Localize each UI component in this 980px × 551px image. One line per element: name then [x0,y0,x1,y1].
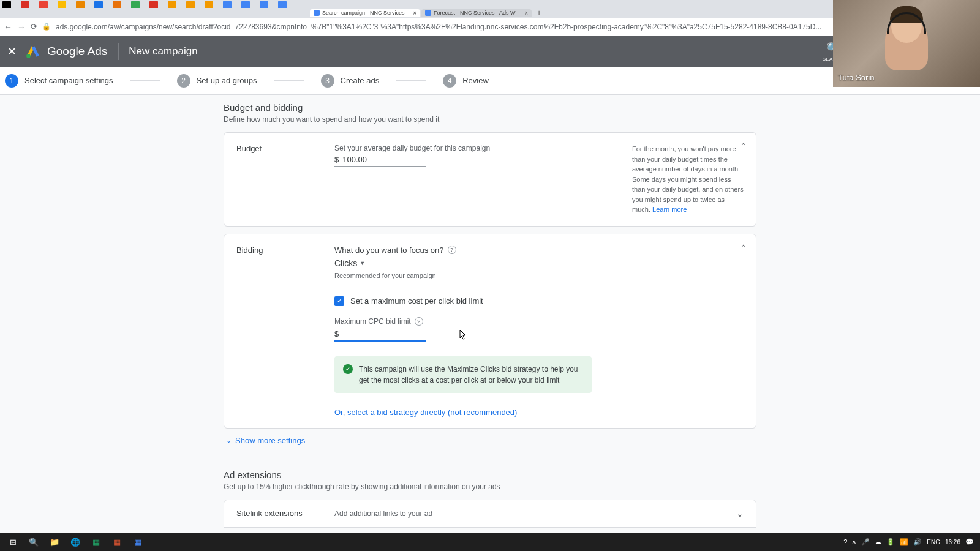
step-label: Set up ad groups [197,76,257,85]
bookmark-icon[interactable] [168,1,176,9]
field-label: Set your average daily budget for this c… [334,144,621,152]
tray-volume-icon[interactable]: 🔊 [913,538,922,546]
extension-description: Add additional links to your ad [334,509,736,518]
help-icon[interactable]: ? [448,246,456,254]
step-label: Select campaign settings [24,76,113,85]
bookmark-icon[interactable] [21,1,29,9]
extension-label: Sitelink extensions [236,509,334,518]
explorer-icon[interactable]: 📁 [44,534,65,550]
bookmark-icon[interactable] [186,1,195,9]
learn-more-link[interactable]: Learn more [652,206,687,213]
bookmark-icon[interactable] [241,1,250,9]
bookmark-icon[interactable] [58,1,66,9]
browser-tab-active[interactable]: Search campaign - NNC Services × [310,9,420,17]
step-number: 1 [5,74,18,88]
currency-symbol: $ [334,155,339,164]
tab-title: Search campaign - NNC Services [322,10,405,16]
budget-input[interactable]: $ [334,155,426,167]
strategy-info-banner: ✓ This campaign will use the Maximize Cl… [334,356,592,393]
start-button[interactable]: ⊞ [2,534,23,550]
bookmark-icon[interactable] [149,1,158,9]
chevron-down-icon: ⌄ [226,437,232,444]
bookmark-icon[interactable] [223,1,232,9]
alt-strategy-link[interactable]: Or, select a bid strategy directly (not … [334,408,517,417]
step-number: 4 [443,74,456,88]
cpc-limit-checkbox[interactable]: ✓ [334,296,344,306]
step-3[interactable]: 3 Create ads [321,74,380,88]
cpc-label: Maximum CPC bid limit [334,317,411,326]
bookmark-icon[interactable] [94,1,103,9]
budget-card: ⌃ Budget Set your average daily budget f… [224,132,756,227]
tab-close-icon[interactable]: × [524,10,528,17]
step-label: Create ads [341,76,380,85]
cpc-input[interactable]: $ [334,329,426,342]
app-icon[interactable]: ▦ [127,534,148,550]
help-icon[interactable]: ? [415,317,423,326]
budget-value-input[interactable] [342,155,426,164]
tray-mic-icon[interactable]: 🎤 [861,538,870,546]
bookmark-icon[interactable] [278,1,287,9]
bookmark-icon[interactable] [205,1,213,9]
tray-help-icon[interactable]: ? [843,538,847,545]
bookmark-icon[interactable] [2,1,11,9]
sitelink-extensions-card[interactable]: Sitelink extensions Add additional links… [224,500,756,528]
excel-icon[interactable]: ▦ [86,534,107,550]
brand-name: Google Ads [47,45,107,58]
chevron-down-icon: ▼ [360,260,365,266]
reload-icon[interactable]: ⟳ [31,22,37,31]
tab-close-icon[interactable]: × [413,10,417,17]
step-number: 3 [321,74,334,88]
tab-favicon [425,10,431,16]
cpc-value-input[interactable] [342,329,426,339]
page-title: New campaign [129,45,197,58]
step-number: 2 [177,74,190,88]
content-area: Budget and bidding Define how much you w… [224,102,756,551]
bookmark-icon[interactable] [76,1,85,9]
browser-tab-inactive[interactable]: Forecast - NNC Services - Ads W × [421,9,532,17]
bookmark-icon[interactable] [260,1,268,9]
check-icon: ✓ [343,364,353,374]
focus-dropdown[interactable]: Clicks ▼ [334,258,744,268]
divider [118,43,119,60]
step-label: Review [462,76,489,85]
lock-icon: 🔒 [42,23,51,31]
tray-wifi-icon[interactable]: 📶 [900,538,908,546]
bidding-card: ⌃ Bidding What do you want to focus on? … [224,234,756,429]
checkbox-label: Set a maximum cost per click bid limit [350,296,483,305]
step-connector [396,80,426,81]
step-connector [274,80,304,81]
card-label: Budget [236,144,334,215]
focus-value: Clicks [334,258,357,268]
collapse-icon[interactable]: ⌃ [740,141,747,151]
step-2[interactable]: 2 Set up ad groups [177,74,257,88]
step-1[interactable]: 1 Select campaign settings [5,74,113,88]
back-icon[interactable]: ← [4,22,12,32]
tray-lang[interactable]: ENG [927,539,940,545]
card-label: Bidding [236,246,334,417]
bookmark-icon[interactable] [39,1,48,9]
collapse-icon[interactable]: ⌃ [740,243,747,253]
new-tab-button[interactable]: + [533,8,545,18]
tray-cloud-icon[interactable]: ☁ [875,538,881,546]
tray-time[interactable]: 16:26 [945,539,960,545]
focus-question: What do you want to focus on? [334,246,444,255]
tray-battery-icon[interactable]: 🔋 [886,538,895,546]
step-4[interactable]: 4 Review [443,74,489,88]
bookmark-icon[interactable] [131,1,140,9]
tray-notifications-icon[interactable]: 💬 [965,538,974,546]
chevron-down-icon[interactable]: ⌄ [736,509,744,519]
google-ads-logo [25,43,41,59]
show-more-settings[interactable]: ⌄ Show more settings [226,436,754,445]
webcam-name-label: Tufa Sorin [838,73,875,82]
forward-icon[interactable]: → [17,22,26,32]
powerpoint-icon[interactable]: ▦ [107,534,127,550]
chrome-icon[interactable]: 🌐 [65,534,86,550]
currency-symbol: $ [334,329,339,339]
tray-chevron-icon[interactable]: ʌ [852,538,856,546]
search-taskbar-icon[interactable]: 🔍 [23,534,44,550]
close-icon[interactable]: ✕ [7,45,17,58]
svg-point-0 [26,54,31,58]
tab-favicon [314,10,320,16]
tab-title: Forecast - NNC Services - Ads W [434,10,516,16]
bookmark-icon[interactable] [113,1,121,9]
